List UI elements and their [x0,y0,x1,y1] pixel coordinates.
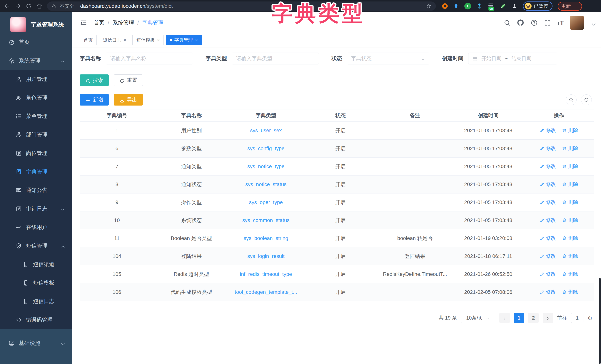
sidebar-item-role-management[interactable]: 角色管理 [0,89,72,107]
sidebar-item-user-management[interactable]: 用户管理 [0,70,72,89]
help-icon[interactable] [531,19,538,27]
edit-button[interactable]: 修改 [540,253,556,259]
address-bar[interactable]: 不安全 dashboard.yudao.iocoder.cn/system/di… [47,1,436,11]
tab-dict-management[interactable]: 字典管理× [166,35,202,45]
export-button[interactable]: 导出 [114,94,143,106]
sidebar-item-menu-management[interactable]: 菜单管理 [0,107,72,126]
date-range-picker[interactable]: 开始日期 ~ 结束日期 [468,53,557,64]
browser-back-icon[interactable] [4,3,10,9]
tab-home[interactable]: 首页 [80,35,97,45]
search-button[interactable]: 搜索 [80,74,109,86]
browser-reload-icon[interactable] [26,3,32,9]
dict-type-input[interactable] [232,53,319,64]
sidebar-item-dept-management[interactable]: 部门管理 [0,126,72,144]
github-icon[interactable] [517,19,524,27]
dict-type-link[interactable]: tool_codegen_template_t... [235,289,297,295]
page-size-select[interactable]: 10条/页 [461,313,495,323]
browser-forward-icon[interactable] [15,3,21,9]
page-button-1[interactable]: 1 [514,313,524,323]
sidebar-item-error-code-management[interactable]: 错误码管理 [0,311,72,329]
delete-button[interactable]: 删除 [562,289,578,295]
dict-type-link[interactable]: sys_user_sex [250,128,282,133]
edit-button[interactable]: 修改 [540,145,556,152]
sidebar-item-sms-management[interactable]: 短信管理 [0,237,72,255]
edit-button[interactable]: 修改 [540,163,556,170]
toggle-search-button[interactable] [566,94,577,105]
delete-button[interactable]: 删除 [562,127,578,134]
breadcrumb-system[interactable]: 系统管理 [113,19,134,27]
browser-home-icon[interactable] [36,3,43,9]
sidebar-item-sms-channel[interactable]: 短信渠道 [0,255,72,274]
fullscreen-icon[interactable] [544,19,551,27]
next-page-button[interactable] [543,313,553,323]
delete-button[interactable]: 删除 [562,217,578,223]
goto-page-input[interactable] [571,313,583,323]
breadcrumb-current[interactable]: 字典管理 [142,19,164,27]
white-person-extension-icon[interactable] [511,3,518,9]
dict-name-input[interactable] [106,53,193,64]
sidebar-item-notice-announcement[interactable]: 通知公告 [0,181,72,200]
delete-button[interactable]: 删除 [562,163,578,170]
close-tab-icon[interactable]: × [123,38,126,42]
font-size-icon[interactable]: TT [557,19,564,27]
sidebar-item-dict-management[interactable]: 字典管理 [0,162,72,181]
dict-type-link[interactable]: sys_notice_status [245,182,287,187]
page-button-2[interactable]: 2 [528,313,539,323]
edit-button[interactable]: 修改 [540,271,556,277]
refresh-table-button[interactable] [581,94,592,105]
green-leaf-extension-icon[interactable] [500,3,506,9]
avatar-caret-down-icon[interactable] [590,20,594,25]
close-tab-icon[interactable]: × [195,38,198,42]
delete-button[interactable]: 删除 [562,199,578,205]
orange-circle-extension-icon[interactable] [442,3,448,9]
dict-type-link[interactable]: sys_login_result [247,253,285,259]
main-content: 字典名称 字典类型 状态 字典状态 创建时间 开始日期 ~ [72,47,601,364]
green-bolt-extension-icon[interactable] [464,3,471,10]
sidebar-item-sms-log[interactable]: 短信日志 [0,292,72,311]
delete-button[interactable]: 删除 [562,235,578,242]
sidebar-item-audit-log[interactable]: 审计日志 [0,200,72,218]
blue-kite-extension-icon[interactable] [453,3,459,9]
edit-button[interactable]: 修改 [540,289,556,295]
delete-button[interactable]: 删除 [562,145,578,152]
scrollbar-thumb[interactable] [599,278,601,364]
sidebar-item-infrastructure[interactable]: 基础设施 [0,334,72,353]
blue-diamond-extension-icon[interactable] [476,3,482,9]
close-tab-icon[interactable]: × [157,38,160,42]
edit-button[interactable]: 修改 [540,181,556,188]
sidebar-item-online-users[interactable]: 在线用户 [0,218,72,237]
search-icon[interactable] [503,19,511,27]
sidebar-collapse-icon[interactable] [80,19,87,27]
dict-type-link[interactable]: sys_config_type [247,145,285,151]
avatar[interactable] [570,16,584,30]
sidebar-item-sms-template[interactable]: 短信模板 [0,274,72,292]
dict-type-link[interactable]: sys_common_status [242,217,290,223]
reset-button[interactable]: 重置 [114,74,143,86]
edit-button[interactable]: 修改 [540,127,556,134]
bookmark-star-icon[interactable] [426,3,432,9]
tab-sms-log[interactable]: 短信日志× [99,35,130,45]
dict-type-link[interactable]: sys_oper_type [249,199,283,205]
edit-button[interactable]: 修改 [540,199,556,205]
delete-button[interactable]: 删除 [562,181,578,188]
dict-type-link[interactable]: sys_boolean_string [244,235,288,241]
profile-paused-chip[interactable]: 已暂停 [523,1,552,11]
sidebar-item-post-management[interactable]: 岗位管理 [0,144,72,162]
status-select[interactable]: 字典状态 [347,53,429,64]
warning-icon [51,3,57,9]
sidebar-item-home[interactable]: 首页 [0,33,72,51]
browser-update-button[interactable]: 更新 [558,2,582,11]
edit-button[interactable]: 修改 [540,235,556,242]
dict-type-link[interactable]: inf_redis_timeout_type [240,271,292,277]
sidebar-item-system-management[interactable]: 系统管理 [0,51,72,70]
breadcrumb-home[interactable]: 首页 [94,19,104,27]
tab-sms-template[interactable]: 短信模板× [132,35,164,45]
add-button[interactable]: 新增 [80,94,109,106]
delete-button[interactable]: 删除 [562,253,578,259]
browser-menu-icon[interactable] [573,3,579,9]
dict-type-link[interactable]: sys_notice_type [247,163,285,169]
prev-page-button[interactable] [499,313,510,323]
delete-button[interactable]: 删除 [562,271,578,277]
list-on-extension-icon[interactable]: on [488,2,495,10]
edit-button[interactable]: 修改 [540,217,556,223]
